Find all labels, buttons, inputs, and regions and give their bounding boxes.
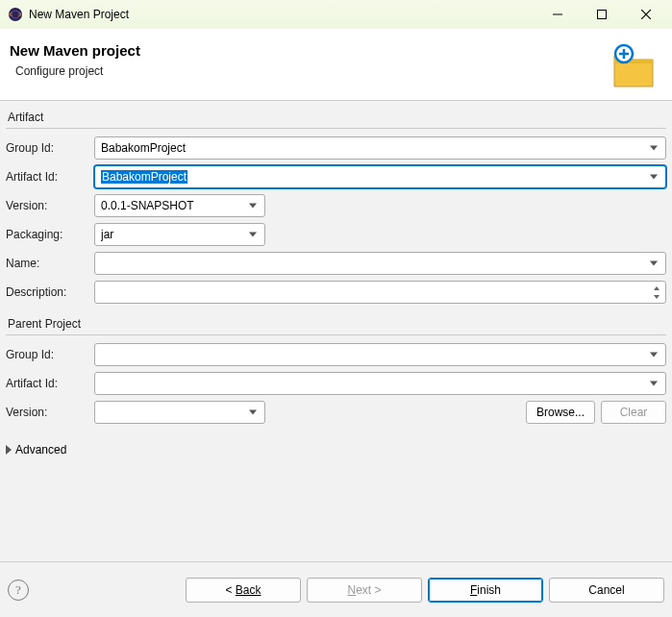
group-id-value: BabakomProject — [101, 141, 642, 155]
description-spinner-arrows[interactable] — [650, 283, 663, 302]
packaging-combo[interactable]: jar — [94, 223, 265, 246]
artifact-section-label: Artifact — [6, 111, 666, 124]
parent-version-label: Version: — [6, 406, 88, 419]
advanced-toggle[interactable]: Advanced — [6, 443, 666, 457]
dialog-content: Artifact Group Id: BabakomProject Artifa… — [0, 101, 672, 561]
group-id-combo[interactable]: BabakomProject — [94, 136, 666, 160]
close-button[interactable] — [624, 0, 668, 29]
description-label: Description: — [6, 285, 88, 299]
name-combo[interactable] — [94, 252, 666, 275]
artifact-id-label: Artifact Id: — [6, 170, 88, 184]
version-combo[interactable]: 0.0.1-SNAPSHOT — [94, 194, 265, 217]
help-button[interactable]: ? — [8, 580, 29, 601]
version-label: Version: — [6, 199, 88, 212]
svg-line-6 — [641, 10, 651, 19]
back-button[interactable]: < Back — [186, 578, 301, 603]
parent-group-id-label: Group Id: — [6, 348, 88, 361]
name-label: Name: — [6, 257, 88, 270]
divider — [6, 128, 666, 129]
packaging-label: Packaging: — [6, 228, 88, 241]
svg-rect-4 — [598, 11, 607, 19]
parent-version-combo[interactable] — [94, 401, 265, 424]
parent-artifact-id-combo[interactable] — [94, 372, 666, 395]
page-subtitle: Configure project — [15, 64, 607, 78]
divider — [6, 334, 666, 335]
artifact-id-combo[interactable]: BabakomProject — [94, 165, 666, 188]
group-id-label: Group Id: — [6, 141, 88, 155]
svg-line-5 — [641, 10, 651, 19]
window-title: New Maven Project — [29, 8, 535, 21]
dialog-footer: ? < Back Next > Finish Cancel — [0, 561, 672, 617]
eclipse-icon — [8, 7, 23, 22]
new-project-icon — [607, 40, 657, 90]
cancel-button[interactable]: Cancel — [549, 578, 664, 603]
artifact-id-value: BabakomProject — [101, 170, 187, 184]
advanced-label: Advanced — [15, 443, 66, 457]
expand-icon — [6, 445, 12, 455]
parent-section-label: Parent Project — [6, 317, 666, 331]
finish-button[interactable]: Finish — [428, 578, 543, 603]
version-value: 0.0.1-SNAPSHOT — [101, 199, 241, 212]
svg-point-2 — [12, 11, 19, 18]
dialog-header: New Maven project Configure project — [0, 29, 672, 101]
clear-button[interactable]: Clear — [601, 401, 666, 424]
browse-button[interactable]: Browse... — [526, 401, 595, 424]
page-title: New Maven project — [10, 42, 607, 59]
parent-group-id-combo[interactable] — [94, 343, 666, 366]
minimize-button[interactable] — [535, 0, 580, 29]
window-titlebar: New Maven Project — [0, 0, 672, 29]
next-button[interactable]: Next > — [307, 578, 422, 603]
parent-artifact-id-label: Artifact Id: — [6, 377, 88, 390]
description-input[interactable] — [94, 281, 666, 304]
packaging-value: jar — [101, 228, 241, 241]
maximize-button[interactable] — [580, 0, 624, 29]
